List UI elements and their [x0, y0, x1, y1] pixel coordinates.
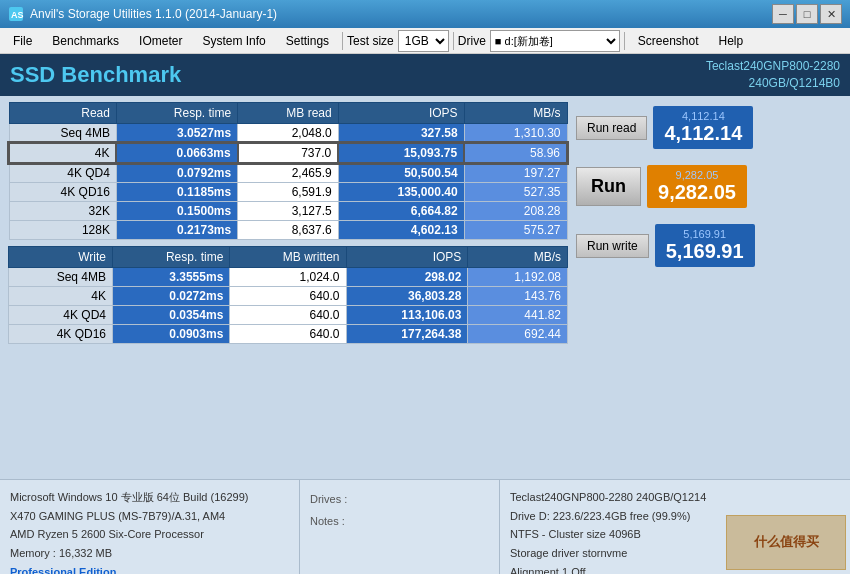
- cell-mbs: 527.35: [464, 183, 567, 202]
- testsize-select[interactable]: 1GB: [398, 30, 449, 52]
- cell-resp: 0.0354ms: [112, 306, 229, 325]
- maximize-button[interactable]: □: [796, 4, 818, 24]
- menu-separator2: [453, 32, 454, 50]
- minimize-button[interactable]: ─: [772, 4, 794, 24]
- cell-mb: 737.0: [238, 143, 339, 163]
- ssd-header: SSD Benchmark Teclast240GNP800-2280 240G…: [0, 54, 850, 96]
- col-mbwritten: MB written: [230, 247, 346, 268]
- edition-label: Professional Edition: [10, 563, 289, 574]
- menu-benchmarks[interactable]: Benchmarks: [43, 30, 128, 52]
- notes-label: Notes :: [310, 510, 489, 532]
- table-row: 4K QD4 0.0354ms 640.0 113,106.03 441.82: [9, 306, 568, 325]
- table-row: 4K 0.0272ms 640.0 36,803.28 143.76: [9, 287, 568, 306]
- table-row: 32K 0.1500ms 3,127.5 6,664.82 208.28: [9, 202, 567, 221]
- write-score-block: Run write 5,169.91 5,169.91: [576, 224, 842, 267]
- cell-mbs: 1,310.30: [464, 124, 567, 144]
- cell-mbs: 143.76: [468, 287, 568, 306]
- cell-iops: 135,000.40: [338, 183, 464, 202]
- menu-screenshot[interactable]: Screenshot: [629, 30, 708, 52]
- cell-mb: 8,637.6: [238, 221, 339, 240]
- total-score-block: Run 9,282.05 9,282.05: [576, 165, 842, 208]
- total-score-display: 9,282.05 9,282.05: [647, 165, 747, 208]
- col-resptime-w: Resp. time: [112, 247, 229, 268]
- read-score-block: Run read 4,112.14 4,112.14: [576, 106, 842, 149]
- row-label: 4K QD4: [9, 163, 116, 183]
- write-score-small: 5,169.91: [665, 228, 745, 240]
- col-resptime-r: Resp. time: [116, 103, 237, 124]
- drive-select[interactable]: ■ d:[新加卷]: [490, 30, 620, 52]
- cell-mbs: 197.27: [464, 163, 567, 183]
- cell-mb: 640.0: [230, 325, 346, 344]
- table-row: 4K 0.0663ms 737.0 15,093.75 58.96: [9, 143, 567, 163]
- drive-control: Drive ■ d:[新加卷]: [458, 30, 620, 52]
- cell-iops: 177,264.38: [346, 325, 468, 344]
- close-button[interactable]: ✕: [820, 4, 842, 24]
- cell-resp: 0.1185ms: [116, 183, 237, 202]
- ssd-title: SSD Benchmark: [10, 62, 181, 88]
- app-icon: AS: [8, 6, 24, 22]
- cell-mb: 2,465.9: [238, 163, 339, 183]
- cell-iops: 4,602.13: [338, 221, 464, 240]
- board-info: X470 GAMING PLUS (MS-7B79)/A.31, AM4: [10, 507, 289, 526]
- read-score-row: Run read 4,112.14 4,112.14: [576, 106, 842, 149]
- drives-label: Drives :: [310, 488, 489, 510]
- svg-text:AS: AS: [11, 10, 24, 20]
- menu-separator3: [624, 32, 625, 50]
- title-bar: AS Anvil's Storage Utilities 1.1.0 (2014…: [0, 0, 850, 28]
- menu-file[interactable]: File: [4, 30, 41, 52]
- write-score-row: Run write 5,169.91 5,169.91: [576, 224, 842, 267]
- cell-mbs: 575.27: [464, 221, 567, 240]
- menu-separator: [342, 32, 343, 50]
- cell-iops: 327.58: [338, 124, 464, 144]
- run-read-button[interactable]: Run read: [576, 116, 647, 140]
- read-score-display: 4,112.14 4,112.14: [653, 106, 753, 149]
- cell-mbs: 1,192.08: [468, 268, 568, 287]
- ssd-details: 240GB/Q1214B0: [706, 75, 840, 92]
- watermark: 什么值得买: [726, 515, 846, 570]
- table-row: Seq 4MB 3.3555ms 1,024.0 298.02 1,192.08: [9, 268, 568, 287]
- read-score-big: 4,112.14: [663, 122, 743, 145]
- menu-iometer[interactable]: IOmeter: [130, 30, 191, 52]
- menu-systeminfo[interactable]: System Info: [193, 30, 274, 52]
- cell-mb: 2,048.0: [238, 124, 339, 144]
- menu-settings[interactable]: Settings: [277, 30, 338, 52]
- cpu-info: AMD Ryzen 5 2600 Six-Core Processor: [10, 525, 289, 544]
- os-info: Microsoft Windows 10 专业版 64位 Build (1629…: [10, 488, 289, 507]
- main-content: Read Resp. time MB read IOPS MB/s Seq 4M…: [0, 96, 850, 479]
- col-iops-r: IOPS: [338, 103, 464, 124]
- cell-mbs: 208.28: [464, 202, 567, 221]
- cell-resp: 0.0272ms: [112, 287, 229, 306]
- testsize-control: Test size 1GB: [347, 30, 449, 52]
- cell-resp: 3.3555ms: [112, 268, 229, 287]
- table-row: 4K QD4 0.0792ms 2,465.9 50,500.54 197.27: [9, 163, 567, 183]
- cell-iops: 15,093.75: [338, 143, 464, 163]
- menu-help[interactable]: Help: [710, 30, 753, 52]
- total-score-row: Run 9,282.05 9,282.05: [576, 165, 842, 208]
- total-score-big: 9,282.05: [657, 181, 737, 204]
- memory-info: Memory : 16,332 MB: [10, 544, 289, 563]
- drive-details: Teclast240GNP800-2280 240GB/Q1214 Drive …: [500, 480, 850, 574]
- cell-mb: 1,024.0: [230, 268, 346, 287]
- run-write-button[interactable]: Run write: [576, 234, 649, 258]
- cell-resp: 0.0903ms: [112, 325, 229, 344]
- drive-info-title: Teclast240GNP800-2280 240GB/Q1214: [510, 488, 840, 507]
- row-label: Seq 4MB: [9, 268, 113, 287]
- row-label: 128K: [9, 221, 116, 240]
- cell-iops: 36,803.28: [346, 287, 468, 306]
- drive-label: Drive: [458, 34, 486, 48]
- cell-mb: 3,127.5: [238, 202, 339, 221]
- menu-bar: File Benchmarks IOmeter System Info Sett…: [0, 28, 850, 54]
- row-label: 4K: [9, 287, 113, 306]
- cell-mbs: 692.44: [468, 325, 568, 344]
- row-label: 4K QD16: [9, 325, 113, 344]
- read-score-small: 4,112.14: [663, 110, 743, 122]
- window-controls[interactable]: ─ □ ✕: [772, 4, 842, 24]
- col-mbs-w: MB/s: [468, 247, 568, 268]
- run-button[interactable]: Run: [576, 167, 641, 206]
- cell-resp: 0.1500ms: [116, 202, 237, 221]
- col-mbs-r: MB/s: [464, 103, 567, 124]
- col-iops-w: IOPS: [346, 247, 468, 268]
- cell-resp: 0.2173ms: [116, 221, 237, 240]
- write-score-display: 5,169.91 5,169.91: [655, 224, 755, 267]
- table-row: 4K QD16 0.0903ms 640.0 177,264.38 692.44: [9, 325, 568, 344]
